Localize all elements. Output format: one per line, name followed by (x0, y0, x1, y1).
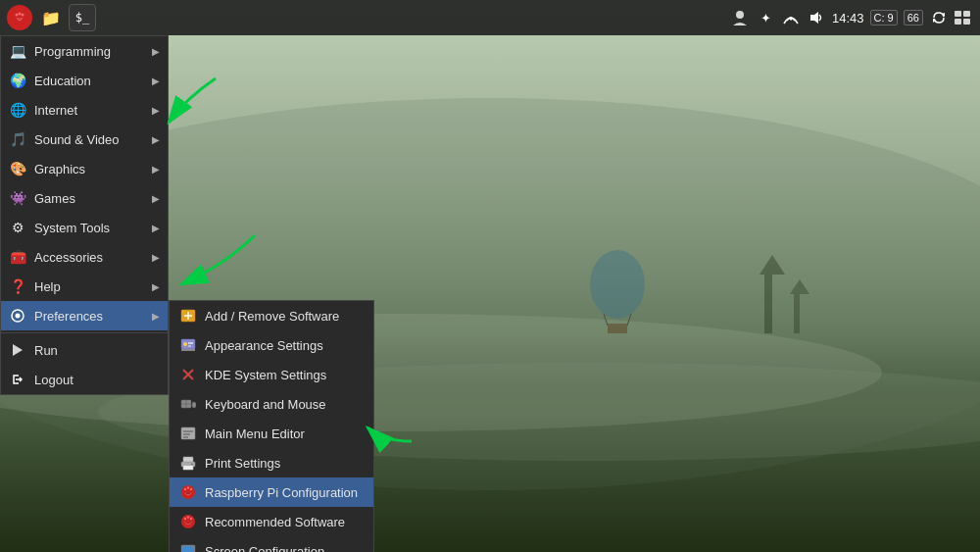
help-arrow: ▶ (152, 281, 160, 292)
submenu-keyboard-mouse[interactable]: Keyboard and Mouse (170, 389, 373, 419)
menu-item-run[interactable]: Run (1, 335, 168, 365)
user-icon[interactable] (730, 8, 750, 27)
terminal-button[interactable]: $_ (69, 4, 96, 31)
menu-item-graphics[interactable]: 🎨 Graphics ▶ (1, 154, 168, 183)
svg-point-8 (590, 250, 645, 319)
svg-point-28 (183, 342, 187, 346)
appearance-settings-label: Appearance Settings (205, 338, 364, 353)
accessories-icon: 🧰 (9, 248, 26, 266)
education-label: Education (34, 74, 144, 88)
menu-item-programming[interactable]: 💻 Programming ▶ (1, 36, 168, 66)
submenu-main-menu-editor[interactable]: Main Menu Editor (170, 419, 373, 448)
taskbar: 📁 $_ ✦ 14:43 (0, 0, 980, 35)
menu-item-logout[interactable]: Logout (1, 365, 168, 394)
accessories-arrow: ▶ (152, 252, 160, 263)
menu-item-preferences[interactable]: Preferences ▶ (1, 301, 168, 330)
submenu-kde-system-settings[interactable]: KDE System Settings (170, 360, 373, 389)
menu-item-help[interactable]: ❓ Help ▶ (1, 272, 168, 301)
add-remove-software-icon (179, 307, 197, 325)
accessories-label: Accessories (34, 250, 144, 265)
svg-rect-2 (764, 275, 772, 333)
internet-label: Internet (34, 103, 144, 118)
graphics-label: Graphics (34, 162, 144, 176)
volume-icon[interactable] (807, 8, 826, 27)
sound-video-icon: 🎵 (9, 130, 26, 148)
svg-point-21 (16, 314, 21, 319)
games-arrow: ▶ (152, 193, 160, 204)
svg-point-50 (184, 518, 186, 520)
submenu-recommended-software[interactable]: Recommended Software (170, 507, 373, 536)
print-settings-label: Print Settings (205, 456, 364, 471)
menu-item-games[interactable]: 👾 Games ▶ (1, 183, 168, 213)
raspberry-pi-config-label: Raspberry Pi Configuration (205, 485, 364, 500)
programming-label: Programming (34, 44, 144, 59)
system-tools-icon: ⚙ (9, 219, 26, 236)
help-icon: ❓ (9, 277, 26, 295)
refresh-icon[interactable] (929, 8, 949, 27)
svg-rect-4 (794, 294, 800, 333)
sound-video-arrow: ▶ (152, 134, 160, 145)
svg-rect-30 (188, 345, 191, 347)
logout-icon (9, 371, 26, 388)
screen-configuration-icon (179, 542, 197, 552)
main-menu-editor-label: Main Menu Editor (205, 427, 364, 441)
keyboard-mouse-icon (179, 395, 197, 413)
keyboard-mouse-label: Keyboard and Mouse (205, 397, 364, 412)
bluetooth-icon[interactable]: ✦ (756, 8, 775, 27)
graphics-icon: 🎨 (9, 160, 26, 177)
menu-item-internet[interactable]: 🌐 Internet ▶ (1, 95, 168, 125)
graphics-arrow: ▶ (152, 164, 160, 175)
system-tools-label: System Tools (34, 221, 144, 235)
preferences-label: Preferences (34, 309, 144, 324)
main-menu: 💻 Programming ▶ 🌍 Education ▶ 🌐 Internet… (0, 35, 169, 395)
battery-percent: 66 (904, 10, 923, 25)
submenu-raspberry-pi-config[interactable]: Raspberry Pi Configuration (170, 477, 373, 507)
programming-arrow: ▶ (152, 46, 160, 57)
svg-point-13 (16, 14, 19, 17)
system-tray: ✦ 14:43 C: 9 66 (730, 8, 976, 27)
menu-item-education[interactable]: 🌍 Education ▶ (1, 66, 168, 95)
run-icon (9, 341, 26, 359)
games-label: Games (34, 191, 144, 206)
svg-point-15 (19, 13, 22, 16)
run-label: Run (34, 343, 160, 358)
games-icon: 👾 (9, 189, 26, 207)
submenu-screen-configuration[interactable]: Screen Configuration (170, 536, 373, 552)
submenu-appearance-settings[interactable]: Appearance Settings (170, 330, 373, 360)
help-label: Help (34, 279, 144, 294)
internet-arrow: ▶ (152, 105, 160, 116)
menu-item-sound-video[interactable]: 🎵 Sound & Video ▶ (1, 125, 168, 154)
submenu-add-remove-software[interactable]: Add / Remove Software (170, 301, 373, 330)
svg-rect-29 (188, 342, 193, 344)
menu-item-system-tools[interactable]: ⚙ System Tools ▶ (1, 213, 168, 242)
svg-point-36 (192, 402, 196, 408)
submenu-print-settings[interactable]: Print Settings (170, 448, 373, 477)
preferences-arrow: ▶ (152, 311, 160, 322)
add-remove-software-label: Add / Remove Software (205, 309, 364, 324)
print-settings-icon (179, 454, 197, 472)
svg-point-46 (184, 488, 186, 490)
svg-point-51 (190, 518, 192, 520)
raspberry-menu-button[interactable] (6, 4, 33, 31)
screen-configuration-label: Screen Configuration (205, 544, 364, 553)
programming-icon: 💻 (9, 42, 26, 60)
menu-item-accessories[interactable]: 🧰 Accessories ▶ (1, 242, 168, 272)
wifi-icon[interactable] (781, 8, 801, 27)
clock[interactable]: 14:43 (832, 11, 864, 25)
svg-rect-54 (182, 546, 194, 552)
battery-indicator: C: 9 (870, 10, 898, 25)
preferences-submenu: Add / Remove Software Appearance Setting… (169, 300, 374, 552)
education-icon: 🌍 (9, 72, 26, 89)
svg-marker-22 (13, 344, 23, 356)
svg-rect-11 (608, 324, 627, 333)
grid-icon[interactable] (955, 11, 970, 25)
svg-point-16 (736, 11, 744, 19)
system-tools-arrow: ▶ (152, 223, 160, 233)
file-manager-button[interactable]: 📁 (37, 4, 65, 31)
raspberry-pi-config-icon (179, 483, 197, 501)
education-arrow: ▶ (152, 75, 160, 86)
svg-rect-43 (183, 466, 193, 470)
internet-icon: 🌐 (9, 101, 26, 119)
sound-video-label: Sound & Video (34, 132, 144, 147)
svg-point-14 (22, 14, 24, 17)
